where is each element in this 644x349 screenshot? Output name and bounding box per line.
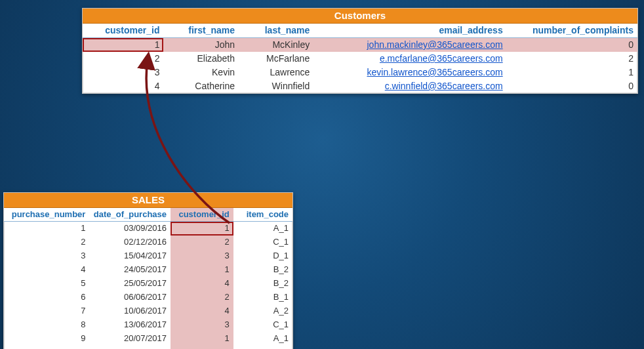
cell-customer-id-fk: 3 [171, 249, 233, 263]
cell-customer-id-fk: 4 [171, 304, 233, 318]
cell-email[interactable]: c.winnfield@365careers.com [313, 79, 506, 93]
cell-customer-id-fk: 2 [171, 291, 233, 304]
cell-date: 15/04/2017 [89, 249, 171, 263]
cell-item-code: D_1 [233, 249, 292, 263]
cell-item-code: A_1 [233, 222, 292, 236]
col-complaints: number_of_complaints [507, 24, 637, 38]
cell-customer-id: 2 [83, 52, 163, 66]
cell-item-code: B_2 [233, 277, 292, 291]
cell-item-code: B_2 [233, 263, 292, 277]
table-row: 525/05/20174B_2 [4, 277, 292, 291]
cell-purchase-number: 1 [4, 222, 89, 236]
table-row: 920/07/20171A_1 [4, 332, 292, 346]
cell-customer-id-fk: 2 [171, 346, 233, 349]
cell-date: 24/05/2017 [89, 263, 171, 277]
cell-first-name: Elizabeth [163, 52, 239, 66]
cell-purchase-number: 4 [4, 263, 89, 277]
cell-customer-id: 3 [83, 66, 163, 79]
customers-table: customer_id first_name last_name email_a… [83, 24, 637, 93]
col-purchase-number: purchase_number [4, 208, 89, 222]
cell-complaints: 1 [507, 66, 637, 79]
table-row: 1011/08/20172A_1 [4, 346, 292, 349]
cell-email[interactable]: john.mackinley@365careers.com [313, 38, 506, 52]
table-row: 103/09/20161A_1 [4, 222, 292, 236]
col-date-purchase: date_of_purchase [89, 208, 171, 222]
cell-customer-id: 1 [83, 38, 163, 52]
table-row: 3KevinLawrencekevin.lawrence@365careers.… [83, 66, 637, 79]
cell-last-name: Lawrence [239, 66, 313, 79]
cell-complaints: 0 [507, 79, 637, 93]
cell-purchase-number: 2 [4, 236, 89, 249]
cell-purchase-number: 8 [4, 318, 89, 332]
cell-date: 03/09/2016 [89, 222, 171, 236]
cell-purchase-number: 10 [4, 346, 89, 349]
cell-item-code: C_1 [233, 318, 292, 332]
cell-complaints: 2 [507, 52, 637, 66]
customers-header-row: customer_id first_name last_name email_a… [83, 24, 637, 38]
col-first-name: first_name [163, 24, 239, 38]
cell-date: 02/12/2016 [89, 236, 171, 249]
cell-first-name: John [163, 38, 239, 52]
cell-customer-id-fk: 3 [171, 318, 233, 332]
table-row: 710/06/20174A_2 [4, 304, 292, 318]
table-row: 424/05/20171B_2 [4, 263, 292, 277]
cell-item-code: C_1 [233, 236, 292, 249]
table-row: 606/06/20172B_1 [4, 291, 292, 304]
table-row: 315/04/20173D_1 [4, 249, 292, 263]
cell-purchase-number: 9 [4, 332, 89, 346]
cell-purchase-number: 5 [4, 277, 89, 291]
col-email: email_address [313, 24, 506, 38]
cell-date: 25/05/2017 [89, 277, 171, 291]
col-item-code: item_code [233, 208, 292, 222]
sales-header-row: purchase_number date_of_purchase custome… [4, 208, 292, 222]
cell-customer-id-fk: 4 [171, 277, 233, 291]
cell-customer-id-fk: 2 [171, 236, 233, 249]
cell-first-name: Catherine [163, 79, 239, 93]
cell-purchase-number: 7 [4, 304, 89, 318]
cell-purchase-number: 6 [4, 291, 89, 304]
cell-last-name: McKinley [239, 38, 313, 52]
cell-item-code: B_1 [233, 291, 292, 304]
table-row: 813/06/20173C_1 [4, 318, 292, 332]
cell-date: 10/06/2017 [89, 304, 171, 318]
cell-date: 20/07/2017 [89, 332, 171, 346]
cell-complaints: 0 [507, 38, 637, 52]
cell-first-name: Kevin [163, 66, 239, 79]
cell-customer-id: 4 [83, 79, 163, 93]
cell-date: 13/06/2017 [89, 318, 171, 332]
table-row: 2ElizabethMcFarlanee.mcfarlane@365career… [83, 52, 637, 66]
customers-title: Customers [83, 9, 637, 24]
cell-email[interactable]: e.mcfarlane@365careers.com [313, 52, 506, 66]
cell-customer-id-fk: 1 [171, 263, 233, 277]
col-last-name: last_name [239, 24, 313, 38]
table-row: 202/12/20162C_1 [4, 236, 292, 249]
cell-item-code: A_1 [233, 332, 292, 346]
customers-table-panel: Customers customer_id first_name last_na… [82, 8, 638, 94]
table-row: 4CatherineWinnfieldc.winnfield@365career… [83, 79, 637, 93]
cell-item-code: A_2 [233, 304, 292, 318]
table-row: 1JohnMcKinleyjohn.mackinley@365careers.c… [83, 38, 637, 52]
cell-customer-id-fk: 1 [171, 222, 233, 236]
cell-item-code: A_1 [233, 346, 292, 349]
sales-table: purchase_number date_of_purchase custome… [4, 208, 292, 349]
cell-purchase-number: 3 [4, 249, 89, 263]
col-customer-id: customer_id [83, 24, 163, 38]
cell-last-name: McFarlane [239, 52, 313, 66]
cell-customer-id-fk: 1 [171, 332, 233, 346]
col-customer-id-fk: customer_id [171, 208, 233, 222]
sales-table-panel: SALES purchase_number date_of_purchase c… [3, 192, 293, 349]
cell-date: 06/06/2017 [89, 291, 171, 304]
cell-date: 11/08/2017 [89, 346, 171, 349]
sales-title: SALES [4, 193, 292, 208]
cell-last-name: Winnfield [239, 79, 313, 93]
cell-email[interactable]: kevin.lawrence@365careers.com [313, 66, 506, 79]
